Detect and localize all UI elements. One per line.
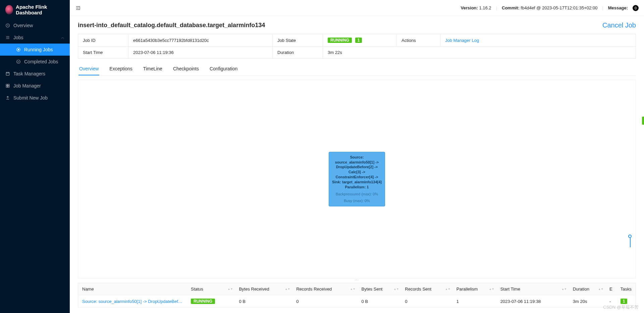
th-records-received[interactable]: Records Received▲▼ <box>292 283 357 295</box>
sidebar-item-running-jobs[interactable]: Running Jobs <box>0 44 70 56</box>
sidebar-label-overview: Overview <box>13 23 33 28</box>
sort-icon: ▲▼ <box>445 288 450 290</box>
play-circle-icon <box>16 47 21 52</box>
job-id-value: e661a5430b3e5cc777192bfd8131d20c <box>128 34 273 47</box>
topbar: Version: 1.16.2 | Commit: fb4d4ef @ 2023… <box>70 0 644 16</box>
bars-icon <box>5 35 10 40</box>
job-info-table: Job ID e661a5430b3e5cc777192bfd8131d20c … <box>78 34 636 59</box>
cancel-job-link[interactable]: Cancel Job <box>602 21 636 29</box>
sort-icon: ▲▼ <box>561 288 567 290</box>
message-segment: Message: <box>608 5 628 10</box>
sort-icon: ▲▼ <box>394 288 399 290</box>
svg-rect-4 <box>6 84 7 85</box>
task-count-badge: 1 <box>621 299 628 304</box>
watermark: CSDN @草莓不苦 <box>603 304 639 310</box>
side-marker <box>642 117 644 125</box>
task-table: Name Status▲▼ Bytes Received▲▼ Records R… <box>78 283 636 308</box>
sidebar-label-submit-job: Submit New Job <box>13 95 48 101</box>
job-state-value: RUNNING 1 <box>323 34 397 47</box>
graph-slider-handle[interactable] <box>628 235 632 238</box>
th-name[interactable]: Name <box>78 283 187 295</box>
task-records-sent: 0 <box>401 295 452 308</box>
start-time-value: 2023-07-06 11:19:36 <box>128 47 273 59</box>
sidebar-item-overview[interactable]: Overview <box>0 19 70 32</box>
content: insert-into_default_catalog.default_data… <box>70 16 644 313</box>
actions-label: Actions <box>397 34 440 47</box>
node-title: Source: source_alarminfo50[1] -> DropUpd… <box>332 155 382 185</box>
chevron-up-icon: ︿ <box>61 35 64 40</box>
task-table-header-row: Name Status▲▼ Bytes Received▲▼ Records R… <box>78 283 636 295</box>
duration-label: Duration <box>273 47 323 59</box>
task-duration: 3m 20s <box>569 295 605 308</box>
build-icon <box>5 83 10 88</box>
th-start-time[interactable]: Start Time▲▼ <box>496 283 569 295</box>
th-duration[interactable]: Duration▲▼ <box>569 283 605 295</box>
task-records-received: 0 <box>292 295 357 308</box>
job-manager-log-link[interactable]: Job Manager Log <box>445 38 479 43</box>
task-status-badge: RUNNING <box>191 299 215 304</box>
svg-rect-5 <box>8 84 9 85</box>
tab-checkpoints[interactable]: Checkpoints <box>172 63 200 75</box>
tab-overview[interactable]: Overview <box>78 63 99 75</box>
sidebar-label-jobs: Jobs <box>13 35 23 40</box>
tab-timeline[interactable]: TimeLine <box>143 63 163 75</box>
job-state-label: Job State <box>273 34 323 47</box>
sidebar-menu: Overview Jobs ︿ Running Jobs <box>0 19 70 104</box>
app-title: Apache Flink Dashboard <box>16 4 64 15</box>
svg-rect-7 <box>8 86 9 87</box>
sidebar-item-jobs[interactable]: Jobs ︿ <box>0 32 70 44</box>
svg-rect-3 <box>6 72 9 75</box>
sort-icon: ▲▼ <box>350 288 356 290</box>
operator-node[interactable]: Source: source_alarminfo50[1] -> DropUpd… <box>329 152 385 207</box>
task-row[interactable]: Source: source_alarminfo50[1] -> DropUpd… <box>78 295 636 308</box>
th-bytes-received[interactable]: Bytes Received▲▼ <box>235 283 292 295</box>
task-bytes-received: 0 B <box>235 295 292 308</box>
tab-configuration[interactable]: Configuration <box>209 63 238 75</box>
sidebar-item-task-managers[interactable]: Task Managers <box>0 68 70 80</box>
task-bytes-sent: 0 B <box>358 295 401 308</box>
th-bytes-sent[interactable]: Bytes Sent▲▼ <box>358 283 401 295</box>
tab-exceptions[interactable]: Exceptions <box>109 63 133 75</box>
sidebar-label-completed-jobs: Completed Jobs <box>24 59 58 64</box>
sidebar-label-task-managers: Task Managers <box>13 71 45 76</box>
sort-icon: ▲▼ <box>598 288 603 290</box>
dashboard-icon <box>5 23 10 28</box>
task-start-time: 2023-07-06 11:19:38 <box>496 295 569 308</box>
duration-value: 3m 22s <box>323 47 636 59</box>
status-badge: RUNNING <box>328 38 352 43</box>
job-graph[interactable]: Source: source_alarminfo50[1] -> DropUpd… <box>78 80 636 278</box>
task-name-link[interactable]: Source: source_alarminfo50[1] -> DropUpd… <box>82 299 183 304</box>
divider: | <box>496 5 497 10</box>
th-status[interactable]: Status▲▼ <box>187 283 235 295</box>
upload-icon <box>5 96 10 100</box>
divider: | <box>602 5 603 10</box>
sort-icon: ▲▼ <box>228 288 233 290</box>
flink-logo-icon <box>5 5 13 14</box>
th-tasks[interactable]: Tasks <box>616 283 636 295</box>
job-title: insert-into_default_catalog.default_data… <box>78 22 265 29</box>
th-parallelism[interactable]: Parallelism▲▼ <box>452 283 496 295</box>
sidebar-item-submit-job[interactable]: Submit New Job <box>0 92 70 104</box>
th-records-sent[interactable]: Records Sent▲▼ <box>401 283 452 295</box>
svg-point-2 <box>17 60 20 64</box>
start-time-label: Start Time <box>78 47 128 59</box>
sidebar-label-running-jobs: Running Jobs <box>24 47 53 52</box>
sidebar-item-completed-jobs[interactable]: Completed Jobs <box>0 56 70 68</box>
sidebar: Apache Flink Dashboard Overview Jobs ︿ <box>0 0 70 313</box>
menu-fold-icon[interactable] <box>75 5 81 11</box>
splitter-handle[interactable]: ⋯ <box>78 278 636 283</box>
main: Version: 1.16.2 | Commit: fb4d4ef @ 2023… <box>70 0 644 313</box>
sidebar-label-job-manager: Job Manager <box>13 83 41 88</box>
th-end[interactable]: E <box>605 283 616 295</box>
sidebar-item-job-manager[interactable]: Job Manager <box>0 80 70 92</box>
status-count-badge: 1 <box>355 38 362 43</box>
node-parallelism: Parallelism: 1 <box>332 185 382 190</box>
version-segment: Version: 1.16.2 <box>461 5 491 10</box>
message-count-badge[interactable]: 0 <box>633 5 639 11</box>
sort-icon: ▲▼ <box>489 288 494 290</box>
node-backpressure: Backpressured (max): 0% <box>332 192 382 197</box>
job-id-label: Job ID <box>78 34 128 47</box>
schedule-icon <box>5 71 10 76</box>
check-circle-icon <box>16 59 21 64</box>
svg-rect-6 <box>6 86 7 87</box>
